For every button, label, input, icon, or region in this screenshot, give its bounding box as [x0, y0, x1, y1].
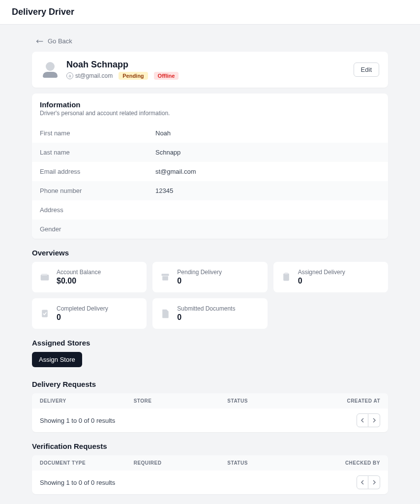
check-clipboard-icon	[39, 308, 51, 319]
presence-badge: Offline	[154, 72, 179, 80]
overview-tile-label: Assigned Delivery	[298, 269, 345, 276]
next-page-button[interactable]	[368, 475, 380, 489]
info-row-value: Schnapp	[155, 149, 180, 156]
assign-store-button[interactable]: Assign Store	[32, 352, 82, 367]
info-row-label: Address	[40, 206, 155, 214]
prev-page-button[interactable]	[357, 475, 368, 489]
prev-page-button[interactable]	[357, 413, 368, 427]
verification-requests-table: DOCUMENT TYPEREQUIREDSTATUSCHECKED BY Sh…	[32, 455, 388, 494]
svg-rect-5	[283, 274, 289, 281]
profile-card: Noah Schnapp a st@gmail.com Pending Offl…	[32, 52, 388, 88]
overview-tile-value: 0	[177, 277, 222, 285]
verification-requests-pager	[357, 475, 380, 489]
overview-tile-label: Pending Delivery	[177, 269, 222, 276]
svg-rect-4	[162, 276, 168, 280]
table-column-header: REQUIRED	[134, 460, 228, 466]
go-back-label: Go Back	[48, 37, 72, 45]
overviews-title: Overviews	[32, 249, 388, 257]
document-icon	[159, 308, 171, 319]
info-row-label: First name	[40, 129, 155, 137]
table-column-header: CREATED AT	[321, 398, 380, 404]
table-column-header: DOCUMENT TYPE	[40, 460, 134, 466]
svg-rect-2	[41, 274, 47, 275]
arrow-left-icon	[36, 38, 44, 44]
delivery-requests-showing: Showing 1 to 0 of 0 results	[40, 417, 115, 424]
table-column-header: STATUS	[227, 398, 321, 404]
overview-tile: Account Balance$0.00	[32, 262, 147, 292]
table-column-header: CHECKED BY	[321, 460, 380, 466]
info-row-value: st@gmail.com	[155, 168, 196, 175]
delivery-requests-pager	[357, 413, 380, 427]
info-row: Email addressst@gmail.com	[32, 162, 388, 181]
overview-tile-label: Submitted Documents	[177, 305, 235, 312]
overview-tile-value: $0.00	[57, 277, 101, 285]
profile-name: Noah Schnapp	[66, 60, 347, 70]
clipboard-icon	[280, 271, 292, 283]
overview-tile: Submitted Documents0	[152, 298, 267, 329]
verification-requests-title: Verification Requests	[32, 442, 388, 450]
edit-button[interactable]: Edit	[354, 63, 379, 77]
chevron-left-icon	[360, 418, 364, 423]
info-row: Phone number12345	[32, 181, 388, 200]
overview-tile-value: 0	[57, 313, 108, 322]
chevron-right-icon	[372, 418, 376, 423]
info-row-label: Gender	[40, 225, 155, 233]
overview-tile-label: Account Balance	[57, 269, 101, 276]
info-row: Last nameSchnapp	[32, 143, 388, 162]
next-page-button[interactable]	[368, 413, 380, 427]
info-row-label: Phone number	[40, 187, 155, 194]
topbar: Delivery Driver	[0, 0, 420, 25]
info-title: Information	[40, 100, 380, 109]
overview-tile: Assigned Delivery0	[273, 262, 388, 292]
page-title: Delivery Driver	[12, 7, 408, 17]
profile-email: st@gmail.com	[75, 72, 113, 79]
verification-requests-showing: Showing 1 to 0 of 0 results	[40, 479, 115, 486]
go-back-button[interactable]: Go Back	[32, 34, 76, 48]
overview-grid: Account Balance$0.00Pending Delivery0Ass…	[32, 262, 388, 329]
at-icon: a	[66, 72, 73, 79]
overview-tile-value: 0	[177, 313, 235, 322]
table-column-header: DELIVERY	[40, 398, 134, 404]
wallet-icon	[39, 271, 51, 283]
overview-tile: Completed Delivery0	[32, 298, 147, 329]
chevron-right-icon	[372, 480, 376, 485]
table-column-header: STORE	[134, 398, 228, 404]
avatar	[41, 61, 60, 79]
delivery-requests-table: DELIVERYSTORESTATUSCREATED AT Showing 1 …	[32, 393, 388, 432]
archive-icon	[159, 271, 171, 283]
profile-email-wrap: a st@gmail.com	[66, 72, 113, 79]
info-row: Address	[32, 200, 388, 220]
information-card: Information Driver's personal and accoun…	[32, 94, 388, 239]
info-subtitle: Driver's personal and account related in…	[40, 110, 380, 117]
svg-rect-7	[42, 310, 48, 317]
svg-rect-1	[41, 275, 49, 281]
info-row: First nameNoah	[32, 124, 388, 143]
delivery-requests-title: Delivery Requests	[32, 380, 388, 388]
info-row-label: Last name	[40, 149, 155, 156]
chevron-left-icon	[360, 480, 364, 485]
overview-tile-label: Completed Delivery	[57, 305, 108, 312]
info-row-value: Noah	[155, 129, 171, 137]
svg-rect-3	[162, 274, 169, 276]
assigned-stores-title: Assigned Stores	[32, 339, 388, 347]
overview-tile-value: 0	[298, 277, 345, 285]
info-row: Gender	[32, 220, 388, 239]
info-row-value: 12345	[155, 187, 173, 194]
info-row-label: Email address	[40, 168, 155, 175]
status-badge: Pending	[119, 72, 148, 80]
overview-tile: Pending Delivery0	[152, 262, 267, 292]
svg-rect-6	[284, 273, 288, 274]
table-column-header: STATUS	[227, 460, 321, 466]
